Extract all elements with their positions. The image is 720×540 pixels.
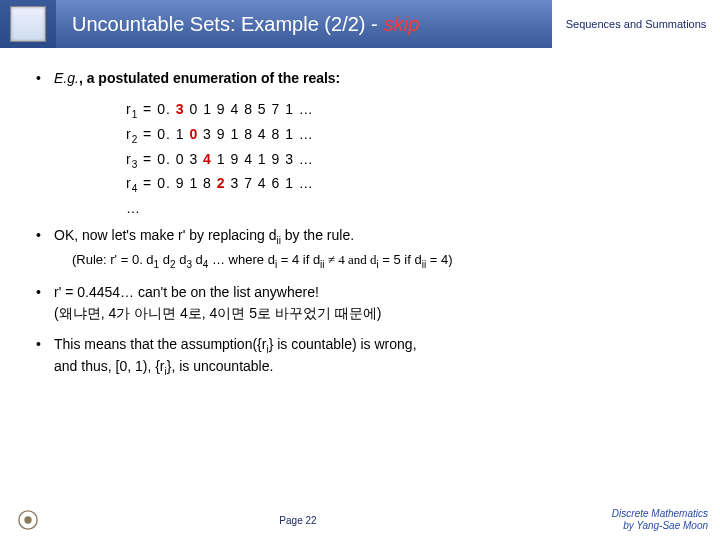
bullet-dot: • (36, 225, 54, 271)
title-skip: skip (384, 13, 420, 36)
enum-r1: r1 = 0. 3 0 1 9 4 8 5 7 1 … (126, 99, 684, 122)
bullet-2-text: OK, now let's make r' by replacing dii b… (54, 225, 684, 271)
bullet-2: • OK, now let's make r' by replacing dii… (36, 225, 684, 271)
slide-header: Uncountable Sets: Example (2/2) - skip S… (0, 0, 720, 48)
enumeration-block: r1 = 0. 3 0 1 9 4 8 5 7 1 … r2 = 0. 1 0 … (126, 99, 684, 219)
footer-credit: Discrete Mathematics by Yang-Sae Moon (540, 508, 720, 532)
rule-line: (Rule: r' = 0. d1 d2 d3 d4 … where di = … (72, 250, 684, 272)
bullet-dot: • (36, 282, 54, 324)
slide-title: Uncountable Sets: Example (2/2) - skip (56, 0, 552, 48)
bullet-dot: • (36, 334, 54, 380)
bullet-3b: (왜냐면, 4가 아니면 4로, 4이면 5로 바꾸었기 때문에) (54, 303, 684, 324)
enum-r4: r4 = 0. 9 1 8 2 3 7 4 6 1 … (126, 173, 684, 196)
bullet-1-rest: , a postulated enumeration of the reals: (79, 70, 340, 86)
eg-label: E.g. (54, 70, 79, 86)
bullet-dot: • (36, 68, 54, 89)
bullet-4-text: This means that the assumption({ri} is c… (54, 334, 684, 380)
bullet-3: • r' = 0.4454… can't be on the list anyw… (36, 282, 684, 324)
title-text: Uncountable Sets: Example (2/2) - (72, 13, 378, 36)
slide-content: • E.g., a postulated enumeration of the … (0, 48, 720, 379)
enum-r3: r3 = 0. 0 3 4 1 9 4 1 9 3 … (126, 149, 684, 172)
bullet-3a: r' = 0.4454… can't be on the list anywhe… (54, 282, 684, 303)
enum-r2: r2 = 0. 1 0 3 9 1 8 4 8 1 … (126, 124, 684, 147)
page-number: Page 22 (56, 515, 540, 526)
enum-dots: … (126, 198, 684, 219)
bullet-1-text: E.g., a postulated enumeration of the re… (54, 68, 684, 89)
credit-line-2: by Yang-Sae Moon (540, 520, 708, 532)
bullet-3-text: r' = 0.4454… can't be on the list anywhe… (54, 282, 684, 324)
section-label: Sequences and Summations (552, 0, 720, 48)
svg-point-1 (24, 516, 31, 523)
bullet-1: • E.g., a postulated enumeration of the … (36, 68, 684, 89)
logo-icon (0, 0, 56, 48)
university-logo-icon (0, 509, 56, 531)
slide-footer: Page 22 Discrete Mathematics by Yang-Sae… (0, 506, 720, 534)
bullet-4: • This means that the assumption({ri} is… (36, 334, 684, 380)
credit-line-1: Discrete Mathematics (540, 508, 708, 520)
